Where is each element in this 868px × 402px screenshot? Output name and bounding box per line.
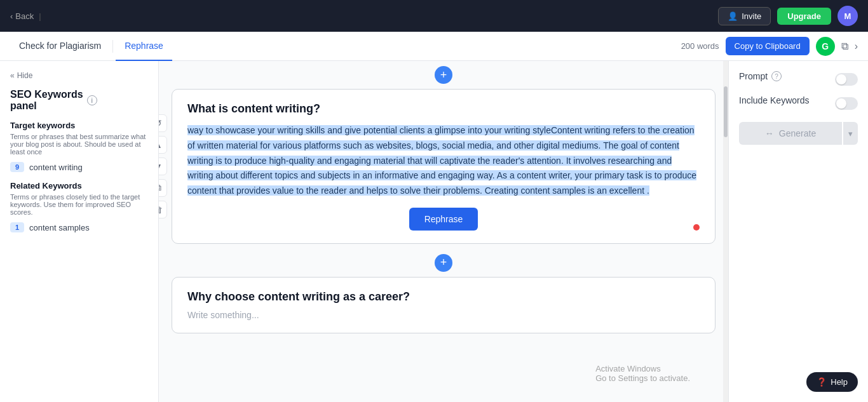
help-label: Help [831, 377, 848, 387]
tab-plagiarism[interactable]: Check for Plagiarism [10, 32, 110, 61]
sub-nav-tabs: Check for Plagiarism Rephrase [10, 32, 172, 61]
chevron-left-icon: ‹ [10, 11, 13, 21]
invite-label: Invite [742, 11, 761, 21]
block-1-content[interactable]: way to showcase your writing skills and … [187, 123, 700, 199]
prompt-text: Prompt [739, 71, 768, 81]
double-chevron-left-icon: « [10, 71, 15, 80]
avatar[interactable]: M [837, 6, 858, 26]
settings-icon-button[interactable]: ⧉ [841, 41, 848, 52]
scroll-track [723, 61, 728, 402]
tab-rephrase-label: Rephrase [125, 41, 163, 51]
grammarly-g: G [822, 41, 829, 51]
generate-row: ↔ Generate ▾ [739, 122, 858, 145]
main-layout: « Hide SEO Keywordspanel i Target keywor… [0, 61, 868, 402]
avatar-initial: M [844, 11, 851, 21]
prompt-label: Prompt ? [739, 71, 782, 81]
rephrase-dot [693, 224, 700, 231]
add-block-top: + [172, 61, 715, 89]
prompt-section: Prompt ? Include Keywords [739, 71, 858, 112]
copy-label: Copy to Clipboard [735, 41, 801, 51]
chevron-down-icon: ▾ [848, 129, 853, 138]
include-keywords-label: Include Keywords [739, 95, 810, 105]
upgrade-button[interactable]: Upgrade [777, 8, 831, 25]
related-keywords-title: Related Keywords [10, 181, 148, 191]
collapse-up-button[interactable]: ▲ [159, 136, 167, 154]
upgrade-label: Upgrade [787, 11, 821, 21]
block-2-placeholder[interactable]: Write something... [187, 310, 700, 320]
word-count: 200 words [681, 41, 719, 51]
include-keywords-row: Include Keywords [739, 95, 858, 112]
copy-to-clipboard-button[interactable]: Copy to Clipboard [726, 37, 810, 55]
add-block-middle: + [172, 249, 715, 277]
related-keyword-1: 1 content samples [10, 222, 148, 232]
undo-button[interactable]: ↺ [159, 114, 167, 132]
grammarly-icon[interactable]: G [816, 37, 835, 56]
nav-divider: | [39, 11, 41, 21]
more-options-button[interactable]: › [855, 41, 858, 52]
hide-sidebar-button[interactable]: « Hide [10, 71, 32, 80]
prompt-toggle[interactable] [835, 73, 858, 86]
target-keyword-1: 9 content writing [10, 162, 148, 172]
block-1-toolbar: ↺ ▲ ▼ ⧉ 🗑 [159, 114, 167, 218]
selected-text: way to showcase your writing skills and … [187, 125, 696, 196]
rephrase-btn-container: Rephrase [187, 208, 700, 231]
add-block-top-button[interactable]: + [435, 66, 452, 84]
collapse-down-button[interactable]: ▼ [159, 157, 167, 175]
sliders-icon: ⧉ [841, 41, 848, 51]
help-button[interactable]: ❓ Help [806, 372, 858, 392]
related-keyword-text-1: content samples [29, 223, 90, 232]
generate-label: Generate [779, 128, 816, 138]
info-icon[interactable]: i [87, 95, 97, 105]
related-keyword-count-1: 1 [10, 222, 24, 232]
include-keywords-text: Include Keywords [739, 95, 810, 105]
top-nav: ‹ Back | 👤 Invite Upgrade M [0, 0, 868, 32]
rephrase-button[interactable]: Rephrase [409, 208, 478, 231]
sub-nav-right: 200 words Copy to Clipboard G ⧉ › [681, 37, 858, 56]
tab-rephrase[interactable]: Rephrase [116, 32, 172, 61]
sidebar: « Hide SEO Keywordspanel i Target keywor… [0, 61, 159, 402]
help-circle-icon: ❓ [817, 377, 827, 387]
tab-divider [112, 40, 113, 53]
copy-block-button[interactable]: ⧉ [159, 179, 167, 197]
keyword-count-1: 9 [10, 162, 24, 172]
top-nav-right: 👤 Invite Upgrade M [718, 6, 858, 26]
sidebar-title-text: SEO Keywordspanel [10, 89, 83, 112]
related-keywords-desc: Terms or phrases closely tied to the tar… [10, 193, 148, 216]
prompt-help-icon[interactable]: ? [771, 71, 782, 81]
sidebar-title: SEO Keywordspanel i [10, 89, 148, 112]
scroll-thumb [724, 86, 728, 137]
back-label: Back [15, 11, 34, 21]
right-panel: Prompt ? Include Keywords ↔ Generate [728, 61, 868, 402]
generate-icon: ↔ [765, 128, 774, 138]
include-keywords-toggle[interactable] [835, 97, 858, 110]
editor-area[interactable]: + ↺ ▲ ▼ ⧉ 🗑 What is content writing? way… [159, 61, 728, 402]
generate-dropdown-button[interactable]: ▾ [843, 122, 858, 145]
include-keywords-toggle-thumb [836, 98, 846, 109]
block-1-title: What is content writing? [187, 102, 700, 116]
sub-nav: Check for Plagiarism Rephrase 200 words … [0, 32, 868, 61]
prompt-row: Prompt ? [739, 71, 858, 88]
block-2-title: Why choose content writing as a career? [187, 290, 700, 304]
target-keywords-title: Target keywords [10, 121, 148, 130]
invite-button[interactable]: 👤 Invite [718, 7, 771, 25]
delete-block-button[interactable]: 🗑 [159, 201, 167, 218]
editor-block-1: ↺ ▲ ▼ ⧉ 🗑 What is content writing? way t… [172, 89, 715, 244]
add-block-middle-button[interactable]: + [435, 254, 452, 272]
back-button[interactable]: ‹ Back [10, 11, 34, 21]
person-icon: 👤 [728, 11, 738, 21]
tab-plagiarism-label: Check for Plagiarism [19, 41, 101, 51]
target-keywords-desc: Terms or phrases that best summarize wha… [10, 133, 148, 156]
prompt-toggle-thumb [836, 74, 846, 84]
editor-block-2: Why choose content writing as a career? … [172, 277, 715, 333]
generate-button[interactable]: ↔ Generate [739, 122, 842, 145]
chevron-right-icon: › [855, 41, 858, 51]
keyword-text-1: content writing [29, 163, 83, 172]
hide-label: Hide [17, 71, 33, 80]
editor-wrapper: + ↺ ▲ ▼ ⧉ 🗑 What is content writing? way… [159, 61, 728, 402]
top-nav-left: ‹ Back | [10, 11, 41, 21]
